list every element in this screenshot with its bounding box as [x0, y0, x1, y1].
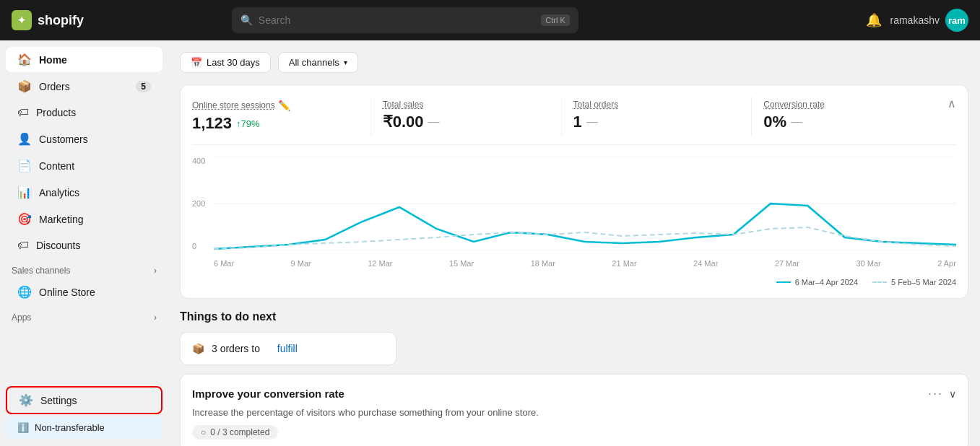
- sidebar-item-settings[interactable]: ⚙️ Settings: [6, 386, 162, 414]
- sidebar-item-orders-label: Orders: [39, 81, 70, 92]
- chart-legend: 6 Mar–4 Apr 2024 5 Feb–5 Mar 2024: [192, 278, 956, 287]
- edit-icon[interactable]: ✏️: [278, 100, 290, 111]
- chart-svg: [214, 157, 956, 250]
- x-label-15mar: 15 Mar: [449, 259, 474, 268]
- layout: 🏠 Home 📦 Orders 5 🏷 Products 👤 Customers…: [0, 40, 980, 446]
- x-label-24mar: 24 Mar: [693, 259, 718, 268]
- date-range-filter[interactable]: 📅 Last 30 days: [180, 52, 271, 73]
- search-icon: 🔍: [240, 14, 253, 26]
- orders-value: 1 —: [573, 113, 743, 131]
- legend-current-line: [776, 281, 791, 283]
- apps-section: Apps ›: [0, 305, 168, 325]
- sidebar-item-online-store[interactable]: 🌐 Online Store: [6, 279, 162, 305]
- conversion-card-title: Improve your conversion rate: [192, 388, 344, 400]
- sidebar-item-orders[interactable]: 📦 Orders 5: [6, 74, 162, 99]
- channel-chevron-icon: ▾: [344, 58, 347, 66]
- sessions-metric: Online store sessions ✏️ 1,123 ↑79%: [192, 97, 370, 136]
- shopify-logo-icon: ✦: [12, 10, 32, 30]
- channel-filter[interactable]: All channels ▾: [278, 52, 358, 73]
- fulfill-label: 3 orders to: [212, 343, 260, 354]
- x-label-30mar: 30 Mar: [857, 259, 881, 268]
- avatar[interactable]: ram: [945, 9, 968, 32]
- search-bar[interactable]: 🔍 Ctrl K: [232, 7, 578, 33]
- x-label-18mar: 18 Mar: [531, 259, 555, 268]
- sales-channels-section: Sales channels ›: [0, 258, 168, 279]
- content-icon: 📄: [17, 159, 32, 172]
- sidebar-item-products-label: Products: [36, 107, 76, 118]
- y-label-400: 400: [192, 157, 214, 165]
- sidebar-item-content-label: Content: [39, 160, 74, 172]
- sidebar-item-customers[interactable]: 👤 Customers: [6, 126, 162, 152]
- collapse-metrics-icon[interactable]: ∧: [948, 97, 956, 110]
- date-range-label: Last 30 days: [207, 57, 260, 68]
- sales-channels-arrow[interactable]: ›: [154, 266, 157, 276]
- non-transferable-item[interactable]: ℹ️ Non-transferable: [6, 416, 162, 439]
- x-label-9mar: 9 Mar: [291, 259, 311, 268]
- conversion-metric: Conversion rate 0% —: [751, 97, 942, 136]
- sidebar-item-discounts[interactable]: 🏷 Discounts: [6, 233, 162, 258]
- conversion-card: Improve your conversion rate ··· ∨ Incre…: [180, 374, 968, 446]
- progress-badge: ○ 0 / 3 completed: [192, 425, 278, 440]
- sales-metric: Total sales ₹0.00 —: [370, 97, 561, 136]
- fulfill-card[interactable]: 📦 3 orders to fulfill: [180, 332, 396, 365]
- main-content: 📅 Last 30 days All channels ▾ Online sto…: [168, 40, 980, 446]
- info-icon: ℹ️: [17, 422, 29, 433]
- sidebar-item-products[interactable]: 🏷 Products: [6, 100, 162, 125]
- discounts-icon: 🏷: [17, 239, 29, 252]
- sidebar-item-online-store-label: Online Store: [39, 287, 95, 298]
- legend-current: 6 Mar–4 Apr 2024: [776, 278, 858, 287]
- online-store-icon: 🌐: [17, 285, 32, 299]
- sales-dash: —: [428, 115, 440, 128]
- conversion-card-actions: ··· ∨: [928, 386, 956, 401]
- logo-text: shopify: [38, 13, 84, 28]
- nav-right: 🔔 ramakashv ram: [866, 9, 968, 32]
- x-label-27mar: 27 Mar: [775, 259, 799, 268]
- sidebar-item-settings-label: Settings: [40, 395, 77, 406]
- conversion-label: Conversion rate: [763, 100, 933, 110]
- legend-prev-line: [872, 281, 887, 283]
- y-label-0: 0: [192, 242, 214, 250]
- settings-icon: ⚙️: [19, 393, 33, 407]
- legend-prev-label: 5 Feb–5 Mar 2024: [891, 278, 956, 287]
- customers-icon: 👤: [17, 132, 32, 146]
- products-icon: 🏷: [17, 106, 29, 119]
- circle-icon: ○: [201, 427, 206, 437]
- conversion-dash: —: [791, 115, 802, 128]
- sidebar-item-customers-label: Customers: [39, 134, 88, 145]
- conversion-card-header: Improve your conversion rate ··· ∨: [192, 386, 956, 401]
- x-label-2apr: 2 Apr: [937, 259, 956, 268]
- sales-label: Total sales: [383, 100, 552, 110]
- home-icon: 🏠: [17, 53, 32, 66]
- sidebar-item-home[interactable]: 🏠 Home: [6, 47, 162, 72]
- orders-icon: 📦: [17, 79, 32, 93]
- chart-card: Online store sessions ✏️ 1,123 ↑79% Tota…: [180, 84, 968, 299]
- apps-arrow[interactable]: ›: [154, 312, 157, 323]
- collapse-conversion-icon[interactable]: ∨: [949, 388, 956, 400]
- things-section-title: Things to do next: [180, 310, 968, 323]
- conversion-value: 0% —: [763, 113, 933, 131]
- fulfill-link[interactable]: fulfill: [277, 343, 298, 354]
- username: ramakashv: [890, 14, 940, 26]
- user-info: ramakashv ram: [890, 9, 968, 32]
- sidebar-item-marketing[interactable]: 🎯 Marketing: [6, 206, 162, 232]
- sidebar-item-analytics[interactable]: 📊 Analytics: [6, 180, 162, 205]
- sessions-change: ↑79%: [236, 118, 260, 129]
- sessions-value: 1,123 ↑79%: [192, 114, 362, 133]
- apps-label: Apps: [12, 312, 31, 323]
- sidebar-item-analytics-label: Analytics: [39, 187, 79, 198]
- non-transferable-label: Non-transferable: [35, 422, 105, 433]
- sales-channels-label: Sales channels: [12, 266, 70, 276]
- filter-row: 📅 Last 30 days All channels ▾: [180, 52, 968, 73]
- conversion-desc: Increase the percentage of visitors who …: [192, 407, 956, 418]
- sidebar-item-marketing-label: Marketing: [39, 214, 83, 225]
- x-label-12mar: 12 Mar: [368, 259, 392, 268]
- sidebar-item-content[interactable]: 📄 Content: [6, 153, 162, 178]
- orders-label: Total orders: [573, 100, 743, 110]
- x-label-6mar: 6 Mar: [214, 259, 234, 268]
- more-options-button[interactable]: ···: [928, 386, 943, 401]
- search-input[interactable]: [259, 14, 536, 26]
- y-label-200: 200: [192, 199, 214, 208]
- calendar-icon: 📅: [191, 57, 202, 68]
- legend-prev: 5 Feb–5 Mar 2024: [872, 278, 956, 287]
- notification-button[interactable]: 🔔: [866, 12, 882, 28]
